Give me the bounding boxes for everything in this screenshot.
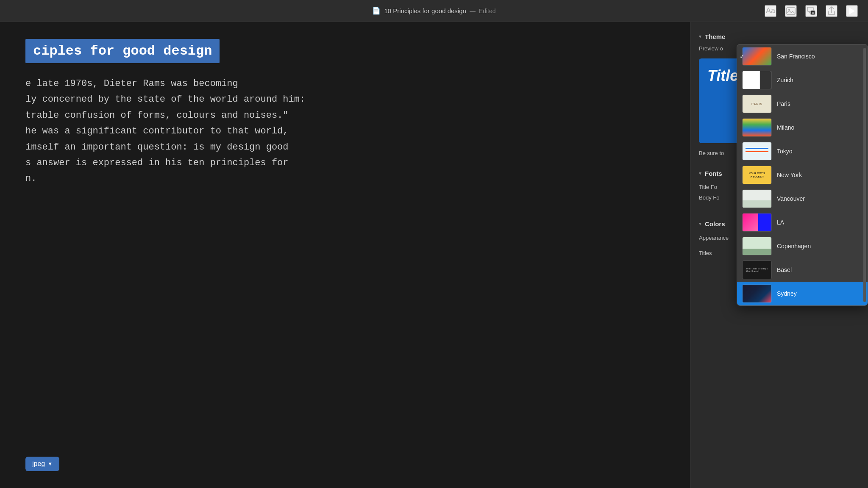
play-button[interactable] <box>846 5 858 17</box>
theme-item-zurich[interactable]: Zurich <box>737 68 868 92</box>
tokyo-theme-name: Tokyo <box>777 148 862 155</box>
body-font-label: Body Fo <box>699 194 719 201</box>
theme-item-vancouver[interactable]: Vancouver <box>737 187 868 211</box>
theme-item-basel[interactable]: War aid promptthe Basel Basel <box>737 258 868 282</box>
theme-item-la[interactable]: LA <box>737 211 868 234</box>
vancouver-theme-name: Vancouver <box>777 195 862 202</box>
titles-color-label: Titles <box>699 250 712 256</box>
doc-line-6: s answer is expressed in his ten princip… <box>25 155 665 171</box>
main-area: ciples for good design e late 1970s, Die… <box>0 22 868 488</box>
vancouver-thumbnail <box>742 189 772 208</box>
doc-line-2: ly concerned by the state of the world a… <box>25 92 665 107</box>
format-badge[interactable]: jpeg ▼ <box>25 457 59 471</box>
la-theme-name: LA <box>777 219 862 226</box>
svg-rect-4 <box>811 11 815 15</box>
sidebar: ▾ Theme Preview o Title Be sure to ▾ Fon… <box>690 22 868 488</box>
badge-chevron-icon: ▼ <box>47 461 53 467</box>
sf-theme-name: San Francisco <box>777 53 862 60</box>
theme-section-label: Theme <box>705 33 725 40</box>
appearance-label: Appearance <box>699 235 729 241</box>
theme-item-tokyo[interactable]: Tokyo <box>737 139 868 163</box>
theme-chevron-icon: ▾ <box>699 34 701 39</box>
basel-theme-name: Basel <box>777 266 862 273</box>
basel-thumbnail: War aid promptthe Basel <box>742 261 772 279</box>
document-status: Edited <box>479 8 496 14</box>
theme-item-sydney[interactable]: Sydney <box>737 282 868 305</box>
newyork-thumbnail: YOUR CITY'SA SUCKER <box>742 166 772 184</box>
theme-item-copenhagen[interactable]: Copenhagen <box>737 234 868 258</box>
theme-item-paris[interactable]: PARIS Paris <box>737 92 868 116</box>
titlebar: 📄 10 Principles for good design — Edited… <box>0 0 868 22</box>
colors-section-label: Colors <box>705 220 725 227</box>
theme-item-new-york[interactable]: YOUR CITY'SA SUCKER New York <box>737 163 868 187</box>
document-area: ciples for good design e late 1970s, Die… <box>0 22 690 488</box>
document-separator: — <box>470 8 476 14</box>
document-title-group: 📄 10 Principles for good design — Edited <box>372 7 495 15</box>
copenhagen-thumbnail <box>742 237 772 255</box>
title-font-label: Title Fo <box>699 184 717 190</box>
doc-line-3: trable confusion of forms, colours and n… <box>25 108 665 123</box>
doc-line-7: n. <box>25 171 665 186</box>
doc-line-4: he was a significant contributor to that… <box>25 123 665 139</box>
sydney-theme-name: Sydney <box>777 290 862 297</box>
svg-rect-0 <box>787 8 795 14</box>
sf-thumbnail <box>742 47 772 66</box>
fonts-chevron-icon: ▾ <box>699 171 701 176</box>
newyork-theme-name: New York <box>777 172 862 178</box>
zurich-thumbnail <box>742 71 772 89</box>
share-button[interactable] <box>826 5 837 17</box>
paris-thumbnail: PARIS <box>742 94 772 113</box>
zurich-theme-name: Zurich <box>777 77 862 83</box>
titlebar-actions: Aa <box>765 5 858 17</box>
milano-theme-name: Milano <box>777 124 862 131</box>
tokyo-thumbnail <box>742 142 772 161</box>
theme-dropdown: San Francisco Zurich PARIS Paris <box>737 44 868 306</box>
format-label: jpeg <box>32 460 45 468</box>
theme-section-header[interactable]: ▾ Theme <box>690 30 868 43</box>
font-button[interactable]: Aa <box>765 5 776 17</box>
document-icon: 📄 <box>372 7 381 15</box>
document-title: 10 Principles for good design <box>384 7 466 14</box>
doc-line-5: imself an important question: is my desi… <box>25 139 665 155</box>
svg-marker-7 <box>849 8 855 14</box>
doc-line-1: e late 1970s, Dieter Rams was becoming <box>25 76 665 92</box>
sydney-thumbnail <box>742 284 772 303</box>
copenhagen-theme-name: Copenhagen <box>777 243 862 250</box>
colors-chevron-icon: ▾ <box>699 221 701 227</box>
fonts-section-label: Fonts <box>705 170 722 177</box>
milano-thumbnail <box>742 118 772 137</box>
theme-item-san-francisco[interactable]: San Francisco <box>737 44 868 68</box>
document-title-banner: ciples for good design <box>25 39 220 63</box>
image-button[interactable] <box>785 5 797 17</box>
theme-item-milano[interactable]: Milano <box>737 116 868 139</box>
annotation-button[interactable] <box>805 5 817 17</box>
la-thumbnail <box>742 213 772 232</box>
paris-theme-name: Paris <box>777 100 862 107</box>
dropdown-scrollbar[interactable] <box>863 48 866 302</box>
document-body: e late 1970s, Dieter Rams was becoming l… <box>25 76 665 187</box>
